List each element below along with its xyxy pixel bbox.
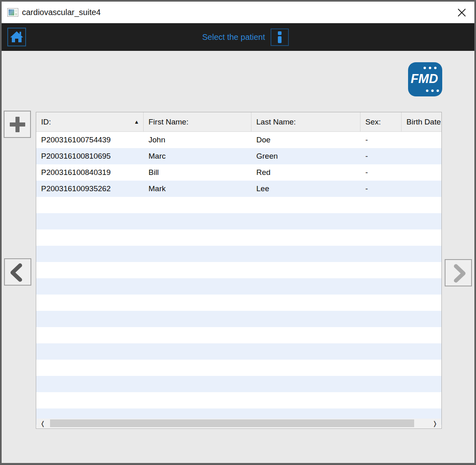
cell-birth_date	[402, 164, 441, 181]
horizontal-scrollbar[interactable]: ❬ ❭	[37, 419, 441, 428]
plus-icon	[10, 117, 25, 132]
column-header-sex[interactable]: Sex:	[360, 112, 402, 131]
cell-sex: -	[360, 181, 402, 197]
empty-row	[36, 278, 441, 295]
scrollbar-thumb[interactable]	[50, 419, 414, 427]
empty-row	[36, 311, 441, 327]
app-header: Select the patient	[2, 23, 474, 51]
close-button[interactable]	[456, 7, 468, 19]
home-icon	[10, 31, 24, 44]
empty-row	[36, 229, 441, 246]
cell-birth_date	[402, 132, 441, 148]
table-header-row: ID: ▲ First Name: Last Name: Sex: Birth …	[36, 112, 441, 132]
empty-row	[36, 376, 441, 392]
cell-first_name: John	[144, 132, 251, 148]
empty-row	[36, 327, 441, 343]
cell-last_name: Red	[251, 164, 360, 181]
previous-button[interactable]	[4, 258, 31, 286]
cell-first_name: Bill	[144, 164, 251, 181]
main-area: FMD ID: ▲ First Name:	[2, 51, 474, 463]
cell-last_name: Lee	[251, 181, 360, 197]
fmd-logo-dots-bottom	[426, 90, 439, 92]
cell-birth_date	[402, 181, 441, 197]
patient-rows: P200316100754439JohnDoe-P200316100810695…	[36, 132, 441, 425]
scroll-left-icon[interactable]: ❬	[37, 419, 49, 428]
fmd-logo-dots-top	[424, 67, 437, 69]
page-title: Select the patient	[202, 33, 265, 42]
cell-id: P200316100935262	[36, 181, 144, 197]
cell-id: P200316100810695	[36, 148, 144, 164]
cell-sex: -	[360, 148, 402, 164]
empty-row	[36, 360, 441, 376]
cell-first_name: Marc	[144, 148, 251, 164]
column-header-id[interactable]: ID: ▲	[36, 112, 144, 131]
app-icon-strips	[15, 9, 17, 15]
table-row[interactable]: P200316100840319BillRed-	[36, 164, 441, 181]
title-bar: cardiovascular_suite4	[2, 2, 474, 23]
home-button[interactable]	[7, 28, 26, 46]
cell-sex: -	[360, 164, 402, 181]
cell-sex: -	[360, 132, 402, 148]
info-icon	[278, 31, 282, 35]
table-row[interactable]: P200316100754439JohnDoe-	[36, 132, 441, 148]
window-title: cardiovascular_suite4	[22, 8, 100, 17]
column-header-last-name[interactable]: Last Name:	[251, 112, 360, 131]
column-header-first-name[interactable]: First Name:	[144, 112, 251, 131]
empty-row	[36, 246, 441, 262]
chevron-right-icon	[445, 260, 471, 286]
empty-row	[36, 295, 441, 311]
empty-row	[36, 343, 441, 360]
add-patient-button[interactable]	[4, 111, 31, 138]
header-center: Select the patient	[202, 23, 289, 51]
sort-ascending-icon: ▲	[134, 119, 139, 125]
cell-last_name: Green	[251, 148, 360, 164]
close-icon	[456, 7, 467, 18]
fmd-logo-text: FMD	[408, 72, 441, 86]
cell-first_name: Mark	[144, 181, 251, 197]
empty-row	[36, 392, 441, 408]
patient-table: ID: ▲ First Name: Last Name: Sex: Birth …	[36, 112, 442, 429]
empty-row	[36, 213, 441, 229]
fmd-logo: FMD	[408, 62, 442, 96]
table-row[interactable]: P200316100810695MarcGreen-	[36, 148, 441, 164]
table-row[interactable]: P200316100935262MarkLee-	[36, 181, 441, 197]
info-button[interactable]	[271, 28, 289, 46]
chevron-left-icon	[5, 259, 31, 285]
app-window: cardiovascular_suite4 Select the patient	[0, 0, 476, 465]
next-button[interactable]	[445, 259, 472, 286]
empty-row	[36, 197, 441, 213]
scroll-right-icon[interactable]: ❭	[429, 419, 441, 428]
cell-birth_date	[402, 148, 441, 164]
cell-id: P200316100840319	[36, 164, 144, 181]
app-icon	[7, 8, 18, 17]
cell-id: P200316100754439	[36, 132, 144, 148]
column-header-birth-date[interactable]: Birth Date:	[402, 112, 441, 131]
empty-row	[36, 262, 441, 278]
cell-last_name: Doe	[251, 132, 360, 148]
app-icon-picture	[9, 9, 14, 15]
